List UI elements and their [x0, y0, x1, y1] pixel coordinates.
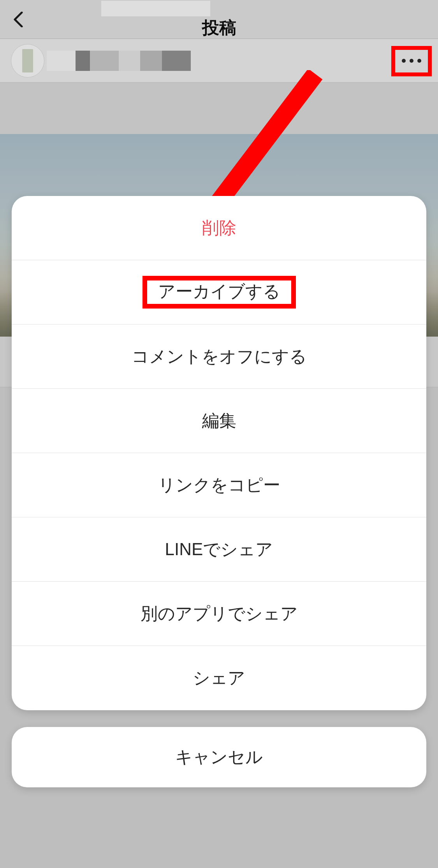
action-archive-label: アーカイブする — [158, 282, 280, 301]
annotation-highlight-archive: アーカイブする — [142, 276, 296, 309]
screen: 投稿 削除 アーカイブする コメントをオフにする 編集 — [0, 0, 438, 868]
action-copy-link[interactable]: リンクをコピー — [12, 453, 426, 517]
action-share-line[interactable]: LINEでシェア — [12, 517, 426, 582]
action-archive[interactable]: アーカイブする — [12, 260, 426, 325]
action-edit[interactable]: 編集 — [12, 389, 426, 453]
action-share-other-app[interactable]: 別のアプリでシェア — [12, 582, 426, 646]
annotation-highlight-more — [391, 46, 432, 76]
action-cancel[interactable]: キャンセル — [12, 727, 426, 787]
action-share[interactable]: シェア — [12, 646, 426, 710]
action-delete[interactable]: 削除 — [12, 196, 426, 260]
action-sheet: 削除 アーカイブする コメントをオフにする 編集 リンクをコピー LINEでシェ… — [12, 196, 426, 710]
action-turn-off-comments[interactable]: コメントをオフにする — [12, 325, 426, 389]
